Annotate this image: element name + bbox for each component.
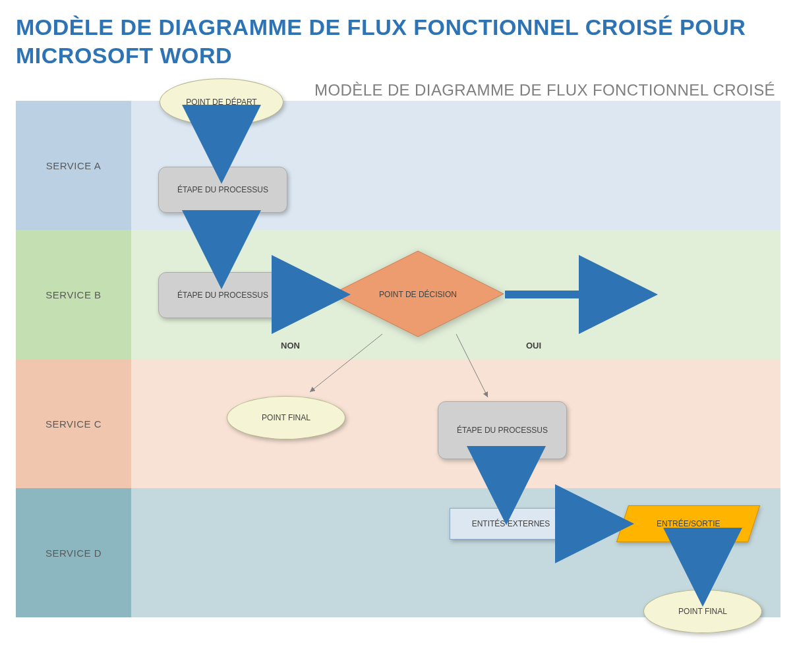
swimlane-diagram: SERVICE A SERVICE B SERVICE C SERVICE D … [16,101,780,654]
process-step-2: ÉTAPE DU PROCESSUS [158,272,287,318]
external-entity: ENTITÉS EXTERNES [450,508,572,540]
process-step-1: ÉTAPE DU PROCESSUS [158,167,287,213]
branch-yes-label: OUI [526,341,541,350]
lane-label-b: SERVICE B [16,230,131,359]
end-node-1: POINT FINAL [227,396,345,439]
io-label: ENTRÉE/SORTIE [657,519,720,528]
diagram-subtitle: MODÈLE DE DIAGRAMME DE FLUX FONCTIONNEL … [16,81,775,99]
lane-label-d: SERVICE D [16,488,131,617]
lane-label-c: SERVICE C [16,359,131,488]
start-node: POINT DE DÉPART [160,78,283,126]
lane-label-a: SERVICE A [16,101,131,230]
lane-service-c: SERVICE C [16,359,780,488]
end-node-2: POINT FINAL [643,590,762,633]
process-step-3: ÉTAPE DU PROCESSUS [438,401,567,459]
branch-no-label: NON [281,341,300,350]
page-title: MODÈLE DE DIAGRAMME DE FLUX FONCTIONNEL … [16,13,779,69]
io-node: ENTRÉE/SORTIE [622,505,754,542]
lane-service-a: SERVICE A [16,101,780,230]
decision-label: POINT DE DÉCISION [378,281,457,308]
